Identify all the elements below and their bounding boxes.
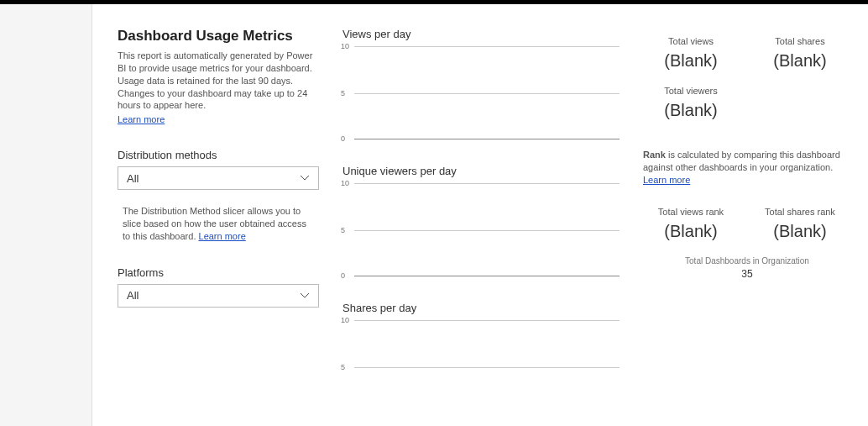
axis-line: [354, 276, 620, 276]
distribution-select-value: All: [127, 172, 139, 185]
metric-label: Total views rank: [653, 207, 729, 217]
metric-label: Total views: [653, 36, 729, 46]
chevron-down-icon: [300, 173, 310, 183]
metric-value: (Blank): [653, 101, 729, 120]
total-shares-rank-card: Total shares rank (Blank): [762, 207, 838, 241]
unique-viewers-chart: Unique viewers per day 10 5 0: [342, 165, 620, 281]
axis-line: [354, 139, 620, 139]
y-tick: 5: [341, 226, 345, 234]
distribution-label: Distribution methods: [118, 149, 319, 161]
gridline: [354, 46, 620, 47]
gridline: [354, 230, 620, 231]
metric-label: Total shares: [762, 36, 838, 46]
y-tick: 0: [341, 134, 345, 143]
y-tick: 10: [341, 179, 349, 187]
rank-learn-more-link[interactable]: Learn more: [643, 175, 690, 185]
metric-value: (Blank): [762, 222, 838, 241]
report-canvas: Dashboard Usage Metrics This report is a…: [92, 4, 868, 426]
metric-value: (Blank): [762, 51, 838, 71]
total-dashboards-label: Total Dashboards in Organization: [643, 256, 851, 266]
platforms-select[interactable]: All: [118, 284, 319, 308]
nav-sidebar-collapsed: [0, 4, 92, 426]
chart-title: Unique viewers per day: [342, 165, 620, 177]
y-tick: 5: [341, 89, 345, 97]
metric-label: Total viewers: [653, 86, 729, 96]
y-tick: 10: [341, 316, 349, 324]
shares-per-day-chart: Shares per day 10 5: [342, 302, 620, 418]
y-tick: 0: [341, 271, 345, 280]
learn-more-link[interactable]: Learn more: [118, 114, 165, 124]
chart-title: Shares per day: [342, 302, 620, 314]
gridline: [354, 320, 620, 321]
gridline: [354, 183, 620, 184]
rank-prefix: Rank: [643, 150, 666, 160]
distribution-learn-more-link[interactable]: Learn more: [199, 231, 246, 241]
distribution-helper: The Distribution Method slicer allows yo…: [118, 205, 319, 243]
metric-label: Total shares rank: [762, 207, 838, 217]
platforms-select-value: All: [127, 289, 139, 302]
total-dashboards-value: 35: [643, 268, 851, 280]
y-tick: 5: [341, 363, 345, 371]
platforms-label: Platforms: [118, 266, 319, 279]
chevron-down-icon: [300, 291, 310, 301]
rank-text: is calculated by comparing this dashboar…: [643, 150, 840, 172]
total-views-card: Total views (Blank): [653, 36, 729, 71]
page-description: This report is automatically generated b…: [118, 50, 319, 112]
chart-title: Views per day: [342, 28, 620, 40]
y-tick: 10: [341, 42, 349, 50]
total-shares-card: Total shares (Blank): [762, 36, 838, 71]
distribution-select[interactable]: All: [118, 166, 319, 190]
views-per-day-chart: Views per day 10 5 0: [342, 28, 620, 145]
metric-value: (Blank): [653, 222, 729, 241]
gridline: [354, 93, 620, 94]
gridline: [354, 367, 620, 368]
metric-value: (Blank): [653, 51, 729, 71]
page-title: Dashboard Usage Metrics: [118, 28, 319, 45]
total-views-rank-card: Total views rank (Blank): [653, 207, 729, 241]
rank-description: Rank is calculated by comparing this das…: [643, 149, 851, 187]
total-viewers-card: Total viewers (Blank): [653, 86, 729, 120]
